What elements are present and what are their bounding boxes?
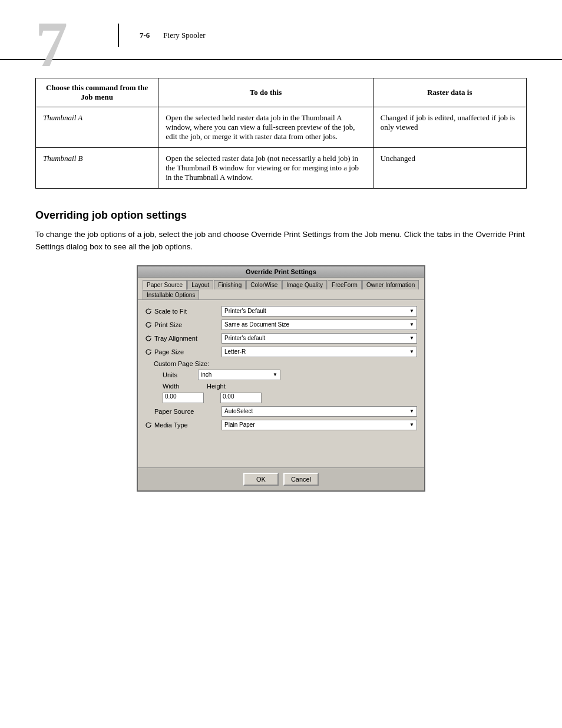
media-type-value: Plain Paper: [224, 421, 255, 428]
select-arrow-icon: ▼: [409, 322, 414, 327]
refresh-icon: [145, 308, 152, 315]
width-value: 0.00: [165, 393, 176, 400]
dialog-container: Override Print Settings Paper Source Lay…: [35, 265, 527, 492]
scale-to-fit-value: Printer's Default: [224, 308, 266, 314]
units-label: Units: [163, 371, 198, 378]
media-type-label: Media Type: [154, 421, 188, 429]
tab-freeform[interactable]: FreeForm: [328, 280, 362, 289]
paper-source-value: AutoSelect: [224, 408, 253, 414]
paper-source-label-group: Paper Source: [145, 408, 222, 415]
select-arrow-icon: ▼: [409, 409, 414, 414]
paper-source-row: Paper Source AutoSelect ▼: [145, 406, 417, 417]
page: 7 7-6 Fiery Spooler Choose this command …: [0, 0, 562, 728]
page-size-value: Letter-R: [224, 348, 246, 355]
section-paragraph: To change the job options of a job, sele…: [35, 229, 527, 253]
wh-labels-row: Width Height: [145, 383, 417, 390]
table-row: Thumbnail B Open the selected raster dat…: [36, 148, 527, 189]
refresh-icon: [145, 335, 152, 342]
print-size-select[interactable]: Same as Document Size ▼: [222, 319, 417, 330]
refresh-icon: [145, 348, 152, 355]
spacer: [145, 433, 417, 457]
dialog-body: Scale to Fit Printer's Default ▼: [138, 300, 424, 463]
print-size-label: Print Size: [154, 321, 182, 328]
chapter-ref: 7-6: [131, 31, 150, 40]
page-size-label-group: Page Size: [145, 348, 222, 355]
page-size-row: Page Size Letter-R ▼: [145, 347, 417, 357]
height-input[interactable]: 0.00: [220, 393, 262, 403]
table-row: Thumbnail A Open the selected held raste…: [36, 107, 527, 148]
scale-to-fit-row: Scale to Fit Printer's Default ▼: [145, 306, 417, 317]
row1-raster: Changed if job is edited, unaffected if …: [373, 107, 526, 148]
ok-button[interactable]: OK: [243, 473, 279, 486]
width-label: Width: [163, 383, 192, 390]
main-content: Choose this command from the Job menu To…: [0, 78, 562, 515]
select-arrow-icon: ▼: [409, 308, 414, 314]
row2-command: Thumbnail B: [36, 148, 158, 189]
units-select[interactable]: inch ▼: [198, 370, 280, 380]
refresh-icon: [145, 421, 152, 429]
tab-owner-information[interactable]: Owner Information: [362, 280, 419, 289]
custom-page-size-label: Custom Page Size:: [145, 360, 417, 367]
dialog-titlebar: Override Print Settings: [138, 266, 424, 278]
row1-description: Open the selected held raster data job i…: [158, 107, 373, 148]
media-type-label-group: Media Type: [145, 421, 222, 429]
col1-header: Choose this command from the Job menu: [36, 78, 158, 107]
page-header: 7 7-6 Fiery Spooler: [0, 0, 562, 60]
scale-to-fit-label-group: Scale to Fit: [145, 308, 222, 315]
page-size-select[interactable]: Letter-R ▼: [222, 347, 417, 357]
media-type-select[interactable]: Plain Paper ▼: [222, 420, 417, 430]
select-arrow-icon: ▼: [273, 372, 277, 377]
height-label: Height: [207, 383, 236, 390]
print-size-value: Same as Document Size: [224, 321, 289, 328]
tab-installable-options[interactable]: Installable Options: [143, 290, 199, 299]
row2-raster: Unchanged: [373, 148, 526, 189]
height-value: 0.00: [223, 393, 234, 400]
units-value: inch: [201, 371, 211, 378]
select-arrow-icon: ▼: [409, 422, 414, 427]
refresh-icon: [145, 321, 152, 328]
print-size-row: Print Size Same as Document Size ▼: [145, 319, 417, 330]
commands-table: Choose this command from the Job menu To…: [35, 78, 527, 189]
col3-header: Raster data is: [373, 78, 526, 107]
page-size-label: Page Size: [154, 348, 184, 355]
select-arrow-icon: ▼: [409, 335, 414, 341]
tab-finishing[interactable]: Finishing: [214, 280, 246, 289]
override-print-settings-dialog: Override Print Settings Paper Source Lay…: [137, 265, 425, 492]
width-input[interactable]: 0.00: [163, 393, 204, 403]
header-right: 7-6 Fiery Spooler: [118, 24, 205, 47]
tab-paper-source[interactable]: Paper Source: [143, 280, 187, 290]
tab-layout[interactable]: Layout: [187, 280, 213, 289]
units-row: Units inch ▼: [145, 370, 417, 380]
scale-to-fit-select[interactable]: Printer's Default ▼: [222, 306, 417, 317]
row1-command: Thumbnail A: [36, 107, 158, 148]
tab-image-quality[interactable]: Image Quality: [282, 280, 327, 289]
tab-colorwise[interactable]: ColorWise: [246, 280, 282, 289]
tray-alignment-label-group: Tray Alignment: [145, 335, 222, 342]
print-size-label-group: Print Size: [145, 321, 222, 328]
col2-header: To do this: [158, 78, 373, 107]
tray-alignment-select[interactable]: Printer's default ▼: [222, 333, 417, 344]
cancel-button[interactable]: Cancel: [283, 473, 319, 486]
media-type-row: Media Type Plain Paper ▼: [145, 420, 417, 430]
paper-source-label: Paper Source: [154, 408, 194, 415]
tray-alignment-row: Tray Alignment Printer's default ▼: [145, 333, 417, 344]
wh-inputs-row: 0.00 0.00: [145, 393, 417, 403]
scale-to-fit-label: Scale to Fit: [154, 308, 187, 315]
chapter-title: Fiery Spooler: [154, 31, 205, 40]
select-arrow-icon: ▼: [409, 349, 414, 354]
tray-alignment-value: Printer's default: [224, 335, 265, 341]
tray-alignment-label: Tray Alignment: [154, 335, 197, 342]
section-heading: Overriding job option settings: [35, 209, 527, 222]
row2-description: Open the selected raster data job (not n…: [158, 148, 373, 189]
paper-source-select[interactable]: AutoSelect ▼: [222, 406, 417, 417]
chapter-number-large: 7: [35, 12, 68, 77]
dialog-footer: OK Cancel: [138, 467, 424, 490]
dialog-tabs: Paper Source Layout Finishing ColorWise …: [138, 278, 424, 300]
